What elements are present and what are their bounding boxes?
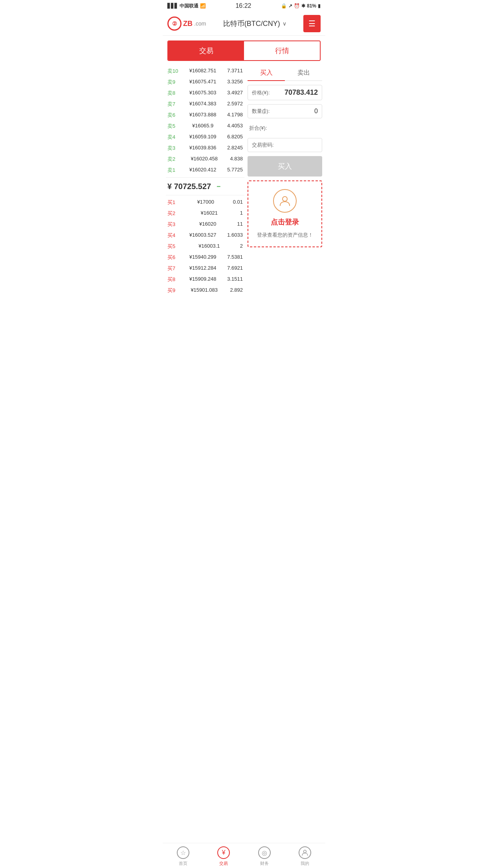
buy-order-row[interactable]: 买4 ¥16003.527 1.6033 (166, 230, 244, 241)
wifi-icon: 📶 (200, 3, 206, 9)
buy-label: 买6 (167, 254, 178, 261)
sell-amount: 3.4927 (227, 90, 243, 97)
buy-order-row[interactable]: 买9 ¥15901.083 2.892 (166, 285, 244, 296)
buy-amount: 0.01 (233, 199, 243, 206)
battery-icon: ▮ (318, 3, 321, 9)
sell-order-row[interactable]: 卖1 ¥16020.412 5.7725 (166, 165, 244, 176)
buy-price: ¥15909.248 (189, 276, 216, 283)
status-left: ▋▋▋ 中国联通 📶 (167, 3, 206, 9)
login-prompt[interactable]: 点击登录 登录查看您的资产信息！ (248, 180, 322, 247)
password-field[interactable]: 交易密码: (248, 138, 322, 152)
lock-icon: 🔒 (281, 3, 287, 9)
sell-label: 卖9 (167, 79, 178, 86)
sell-order-row[interactable]: 卖5 ¥16065.9 4.4053 (166, 121, 244, 132)
tab-buy[interactable]: 买入 (248, 66, 285, 81)
buy-order-row[interactable]: 买2 ¥16021 1 (166, 208, 244, 219)
sell-label: 卖4 (167, 134, 178, 141)
buy-price: ¥15940.299 (189, 254, 216, 261)
svg-point-0 (283, 197, 287, 201)
sell-order-row[interactable]: 卖7 ¥16074.383 2.5972 (166, 99, 244, 110)
chevron-down-icon: ∨ (283, 20, 286, 27)
sell-order-row[interactable]: 卖3 ¥16039.836 2.8245 (166, 143, 244, 154)
buy-price: ¥15901.083 (191, 287, 218, 294)
total-label: 折合(¥): (249, 125, 267, 132)
sell-amount: 4.4053 (227, 123, 243, 130)
sell-amount: 5.7725 (227, 167, 243, 174)
sell-price: ¥16020.412 (189, 167, 216, 174)
sell-price: ¥16059.109 (189, 134, 216, 141)
buy-label: 买2 (167, 210, 178, 217)
battery-label: 81% (307, 3, 316, 9)
bluetooth-icon: ✱ (301, 3, 305, 9)
sell-order-row[interactable]: 卖9 ¥16075.471 3.3256 (166, 77, 244, 88)
sell-order-row[interactable]: 卖6 ¥16073.888 4.1798 (166, 110, 244, 121)
sell-order-row[interactable]: 卖2 ¥16020.458 4.838 (166, 154, 244, 165)
sell-price: ¥16075.303 (189, 90, 216, 97)
tab-trade[interactable]: 交易 (168, 41, 244, 60)
sell-order-row[interactable]: 卖8 ¥16075.303 3.4927 (166, 88, 244, 99)
buy-price: ¥16003.527 (189, 232, 216, 239)
buy-label: 买7 (167, 265, 178, 272)
buy-label: 买5 (167, 243, 178, 250)
menu-button[interactable]: ☰ (303, 15, 321, 32)
buy-amount: 11 (237, 221, 243, 228)
password-label: 交易密码: (252, 142, 274, 149)
sell-orders: 卖10 ¥16082.751 7.3711 卖9 ¥16075.471 3.32… (166, 66, 244, 176)
header: ② ZB .com 比特币(BTC/CNY) ∨ ☰ (163, 12, 325, 36)
status-bar: ▋▋▋ 中国联通 📶 16:22 🔒 ↗ ⏰ ✱ 81% ▮ (163, 0, 325, 12)
location-icon: ↗ (288, 3, 292, 9)
logo-domain: .com (194, 20, 206, 27)
sell-amount: 4.838 (230, 156, 243, 163)
buy-order-row[interactable]: 买5 ¥16003.1 2 (166, 241, 244, 252)
mid-price-sign: － (215, 182, 222, 191)
buy-amount: 2 (240, 243, 243, 250)
tab-market[interactable]: 行情 (244, 41, 320, 60)
alarm-icon: ⏰ (294, 3, 300, 9)
buy-order-row[interactable]: 买8 ¥15909.248 3.1511 (166, 274, 244, 285)
sell-price: ¥16074.383 (189, 101, 216, 108)
sell-label: 卖7 (167, 101, 178, 108)
sell-order-row[interactable]: 卖10 ¥16082.751 7.3711 (166, 66, 244, 77)
buy-orders: 买1 ¥17000 0.01 买2 ¥16021 1 买3 ¥16020 11 … (166, 197, 244, 296)
buy-button[interactable]: 买入 (248, 156, 322, 177)
buy-price: ¥16003.1 (198, 243, 220, 250)
sell-price: ¥16020.458 (191, 156, 218, 163)
buy-order-row[interactable]: 买1 ¥17000 0.01 (166, 197, 244, 208)
quantity-field[interactable]: 数量(₿): 0 (248, 104, 322, 118)
sell-label: 卖1 (167, 167, 178, 174)
sell-amount: 4.1798 (227, 112, 243, 119)
buy-price: ¥16020 (199, 221, 216, 228)
sell-order-row[interactable]: 卖4 ¥16059.109 6.8205 (166, 132, 244, 143)
sell-label: 卖5 (167, 123, 178, 130)
sell-amount: 6.8205 (227, 134, 243, 141)
buy-amount: 3.1511 (227, 276, 243, 283)
avatar-icon (273, 189, 297, 213)
sell-amount: 7.3711 (227, 68, 243, 75)
sell-label: 卖3 (167, 145, 178, 152)
login-button-label[interactable]: 点击登录 (271, 217, 299, 227)
buy-price: ¥17000 (197, 199, 214, 206)
sell-price: ¥16082.751 (189, 68, 216, 75)
sell-label: 卖6 (167, 112, 178, 119)
buy-label: 买9 (167, 287, 178, 294)
sell-price: ¥16075.471 (189, 79, 216, 86)
login-sub-text: 登录查看您的资产信息！ (257, 232, 313, 239)
buy-order-row[interactable]: 买3 ¥16020 11 (166, 219, 244, 230)
logo[interactable]: ② ZB .com (167, 17, 206, 31)
mid-price-value: ¥ 70725.527 (167, 182, 211, 191)
buy-price: ¥15912.284 (189, 265, 216, 272)
buy-price: ¥16021 (201, 210, 218, 217)
buy-order-row[interactable]: 买7 ¥15912.284 7.6921 (166, 263, 244, 274)
trade-panel: 买入 卖出 价格(¥): 70783.412 数量(₿): 0 折合(¥): (248, 66, 322, 296)
header-title[interactable]: 比特币(BTC/CNY) ∨ (223, 19, 286, 28)
logo-circle: ② (167, 17, 182, 31)
buy-amount: 7.5381 (227, 254, 243, 261)
sell-amount: 3.3256 (227, 79, 243, 86)
logo-text: ZB (183, 20, 193, 28)
tab-sell[interactable]: 卖出 (285, 66, 322, 80)
buy-order-row[interactable]: 买6 ¥15940.299 7.5381 (166, 252, 244, 263)
hamburger-icon: ☰ (308, 20, 316, 28)
price-field[interactable]: 价格(¥): 70783.412 (248, 85, 322, 100)
price-label: 价格(¥): (252, 89, 270, 96)
coin-pair-label: 比特币(BTC/CNY) (223, 19, 280, 28)
